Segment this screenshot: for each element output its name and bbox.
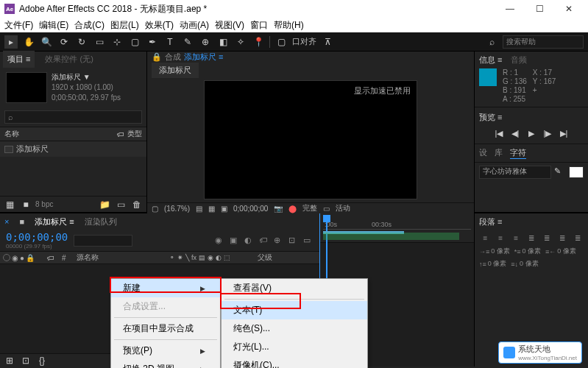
tl-icon-7[interactable]: ▭ bbox=[303, 236, 314, 246]
maximize-button[interactable]: ☐ bbox=[525, 0, 554, 18]
view-icon[interactable]: ▭ bbox=[323, 205, 330, 213]
menu-effect[interactable]: 效果(T) bbox=[145, 19, 174, 32]
space-before[interactable]: ↑≡ 0 像素 bbox=[479, 259, 506, 269]
align-right-icon[interactable]: ≡ bbox=[510, 232, 523, 244]
orbit-tool-icon[interactable]: ⟳ bbox=[57, 35, 71, 49]
menu-switch-3d[interactable]: 切换 3D 视图▶ bbox=[111, 360, 220, 368]
menu-window[interactable]: 窗口 bbox=[250, 19, 268, 32]
trash-icon[interactable]: 🗑 bbox=[130, 198, 144, 211]
switch-collapse-icon[interactable]: ✷ bbox=[177, 254, 183, 261]
tl-icon-1[interactable]: ◉ bbox=[215, 236, 225, 246]
puppet-tool-icon[interactable]: 📍 bbox=[252, 35, 265, 49]
bpc-label[interactable]: 8 bpc bbox=[35, 200, 53, 208]
tl-icon-3[interactable]: ◐ bbox=[244, 236, 255, 246]
submenu-solid[interactable]: 纯色(S)... bbox=[222, 319, 367, 338]
snapshot-icon[interactable]: 📷 bbox=[274, 205, 283, 213]
first-frame-button[interactable]: |◀ bbox=[492, 127, 506, 139]
comp-duration-bar[interactable] bbox=[323, 233, 459, 240]
eraser-tool-icon[interactable]: ◧ bbox=[216, 35, 230, 49]
minimize-button[interactable]: — bbox=[495, 0, 525, 18]
menu-view[interactable]: 视图(V) bbox=[215, 19, 244, 32]
col-name[interactable]: 名称 bbox=[4, 129, 19, 139]
text-color-chip[interactable] bbox=[569, 166, 584, 178]
hand-tool-icon[interactable]: ✋ bbox=[22, 35, 35, 49]
rotate-tool-icon[interactable]: ↻ bbox=[75, 35, 88, 49]
audio-col-icon[interactable]: ◉ bbox=[12, 254, 18, 262]
col-type[interactable]: 类型 bbox=[127, 129, 142, 139]
viewer-timecode[interactable]: 0;00;00;00 bbox=[233, 205, 268, 213]
camera-tool-icon[interactable]: ▭ bbox=[93, 35, 106, 49]
pen-tool-icon[interactable]: ✒ bbox=[146, 35, 159, 49]
tab-info[interactable]: 信息 ≡ bbox=[479, 54, 502, 66]
bpc-icon[interactable]: ■ bbox=[19, 198, 32, 211]
snapping-toggle[interactable]: ▢ bbox=[274, 35, 288, 49]
submenu-camera[interactable]: 摄像机(C)... bbox=[222, 356, 367, 368]
toggle-modes-icon[interactable]: ⊡ bbox=[19, 354, 32, 367]
tab-character[interactable]: 字符 bbox=[510, 147, 526, 159]
switch-frame-blend-icon[interactable]: ▤ bbox=[199, 254, 205, 261]
tl-icon-6[interactable]: ⊡ bbox=[288, 236, 299, 246]
help-search-input[interactable]: 搜索帮助 bbox=[503, 35, 584, 49]
align-center-icon[interactable]: ≡ bbox=[495, 232, 507, 244]
label-col-icon[interactable]: 🏷 bbox=[47, 254, 62, 262]
font-family-select[interactable]: 字心坊诗雅体 bbox=[479, 166, 551, 179]
timeline-render-tab[interactable]: 渲染队列 bbox=[85, 216, 117, 227]
viewer-comp-name[interactable]: 添加标尺 ≡ bbox=[184, 52, 223, 63]
visibility-col-icon[interactable] bbox=[3, 254, 10, 261]
switch-fx-icon[interactable]: fx bbox=[191, 254, 196, 261]
roto-tool-icon[interactable]: ✧ bbox=[234, 35, 247, 49]
menu-new[interactable]: 新建▶ bbox=[111, 279, 220, 297]
space-after[interactable]: ≡↓ 0 像素 bbox=[511, 259, 538, 269]
channel-icon[interactable]: ⬤ bbox=[288, 205, 297, 213]
selection-tool-icon[interactable]: ▸ bbox=[4, 35, 18, 49]
source-name-col[interactable]: 源名称 bbox=[77, 252, 169, 263]
snap-option-icon[interactable]: ⊼ bbox=[321, 35, 334, 49]
menu-animation[interactable]: 动画(A) bbox=[180, 19, 209, 32]
shape-tool-icon[interactable]: ▢ bbox=[128, 35, 141, 49]
switch-quality-icon[interactable]: ╲ bbox=[185, 254, 189, 261]
clone-tool-icon[interactable]: ⊕ bbox=[199, 35, 212, 49]
timeline-lock-icon[interactable]: ■ bbox=[19, 217, 24, 226]
close-button[interactable]: ✕ bbox=[554, 0, 584, 18]
composition-canvas[interactable]: 显示加速已禁用 bbox=[204, 80, 417, 199]
menu-help[interactable]: 帮助(H) bbox=[274, 19, 304, 32]
menu-edit[interactable]: 编辑(E) bbox=[39, 19, 68, 32]
indent-right[interactable]: ≡← 0 像素 bbox=[545, 247, 576, 256]
viewer-mode-icon[interactable]: ▢ bbox=[152, 205, 158, 213]
active-camera-label[interactable]: 活动 bbox=[336, 203, 350, 213]
zoom-level[interactable]: (16.7%) bbox=[164, 205, 190, 213]
justify-last-left-icon[interactable]: ≣ bbox=[525, 232, 538, 244]
mask-icon[interactable]: ▣ bbox=[221, 205, 227, 213]
tab-library[interactable]: 库 bbox=[495, 147, 503, 159]
play-button[interactable]: ▶ bbox=[525, 127, 538, 139]
tl-icon-4[interactable]: 🏷 bbox=[259, 236, 269, 246]
snapping-label[interactable]: 口对齐 bbox=[292, 36, 316, 47]
tab-audio[interactable]: 音频 bbox=[511, 54, 527, 66]
align-left-icon[interactable]: ≡ bbox=[479, 232, 492, 244]
grid-icon[interactable]: ▦ bbox=[208, 205, 215, 213]
viewer-lock-icon[interactable]: 🔒 bbox=[152, 52, 162, 62]
submenu-light[interactable]: 灯光(L)... bbox=[222, 338, 367, 356]
menu-file[interactable]: 文件(F) bbox=[4, 19, 33, 32]
tl-icon-5[interactable]: ⊕ bbox=[274, 236, 284, 246]
switch-3d-icon[interactable]: ⬚ bbox=[224, 254, 230, 261]
anchor-tool-icon[interactable]: ⊹ bbox=[110, 35, 124, 49]
project-item-row[interactable]: 添加标尺 bbox=[0, 141, 146, 157]
switch-adjustment-icon[interactable]: ◐ bbox=[216, 254, 222, 261]
justify-last-right-icon[interactable]: ≣ bbox=[556, 232, 568, 244]
switch-motion-blur-icon[interactable]: ◉ bbox=[208, 254, 213, 261]
next-frame-button[interactable]: |▶ bbox=[541, 127, 554, 139]
justify-last-center-icon[interactable]: ≣ bbox=[540, 232, 553, 244]
indent-first[interactable]: *≡ 0 像素 bbox=[514, 247, 541, 256]
menu-comp-settings[interactable]: 合成设置... bbox=[111, 297, 220, 316]
last-frame-button[interactable]: ▶| bbox=[557, 127, 570, 139]
indent-left[interactable]: →≡ 0 像素 bbox=[479, 247, 510, 256]
timeline-comp-tab[interactable]: 添加标尺 ≡ bbox=[35, 216, 74, 227]
resolution-icon[interactable]: ▤ bbox=[196, 205, 202, 213]
menu-layer[interactable]: 图层(L) bbox=[110, 19, 139, 32]
submenu-viewer[interactable]: 查看器(V) bbox=[222, 279, 367, 297]
solo-col-icon[interactable]: ● bbox=[20, 254, 24, 262]
eyedropper-icon[interactable]: ✎ bbox=[554, 166, 566, 178]
tab-effect-controls[interactable]: 效果控件 (无) bbox=[40, 51, 97, 68]
menu-reveal-in-project[interactable]: 在项目中显示合成 bbox=[111, 319, 220, 338]
